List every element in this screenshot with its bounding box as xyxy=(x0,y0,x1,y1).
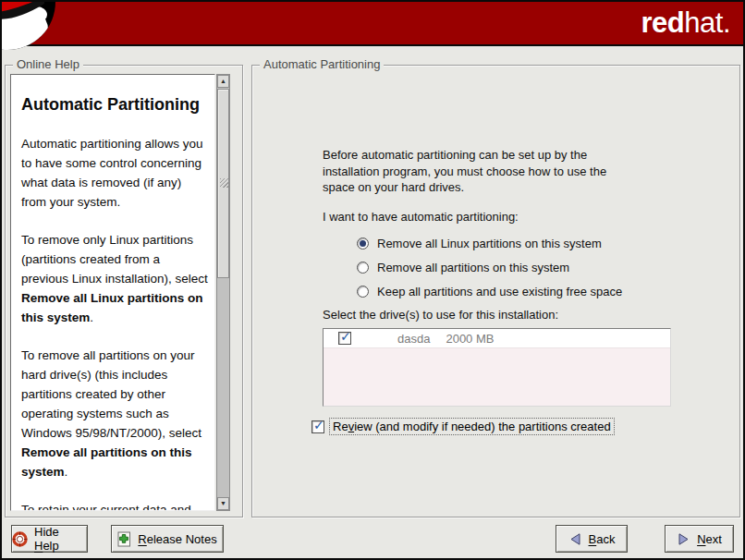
redhat-shadowman-logo-icon xyxy=(0,0,63,57)
drive-size: 2000 MB xyxy=(446,332,494,346)
redhat-wordmark: redhat. xyxy=(641,7,730,39)
installer-window: redhat. Online Help Automatic Partitioni… xyxy=(0,0,745,560)
help-p2-pre: To remove only Linux partitions (partiti… xyxy=(21,233,208,286)
back-label: Back xyxy=(589,532,616,546)
review-label-pre: Re xyxy=(333,420,348,433)
release-notes-icon xyxy=(117,531,131,547)
intro-text: Before automatic partitioning can be set… xyxy=(323,147,620,196)
radio-remove-all-partitions[interactable]: Remove all partitions on this system xyxy=(357,255,622,279)
radio-button-icon xyxy=(357,262,369,274)
hide-help-label: Hide Help xyxy=(34,525,87,553)
scrollbar-thumb[interactable] xyxy=(217,89,229,278)
drives-select-label: Select the drive(s) to use for this inst… xyxy=(323,308,558,322)
wordmark-hat: hat. xyxy=(684,6,730,39)
help-paragraph-4-clipped: To retain your current data and xyxy=(21,500,209,510)
drive-name: dasda xyxy=(397,332,430,346)
help-paragraph-3: To remove all partitions on your hard dr… xyxy=(21,346,209,481)
help-p3-post: . xyxy=(65,465,68,479)
hide-help-button[interactable]: Hide Help xyxy=(11,525,88,553)
back-button[interactable]: Back xyxy=(556,525,628,553)
review-partitions-label[interactable]: Review (and modify if needed) the partit… xyxy=(329,418,615,435)
online-help-panel: Online Help Automatic Partitioning Autom… xyxy=(5,65,243,517)
radio-label: Remove all partitions on this system xyxy=(377,261,569,274)
help-p2-bold: Remove all Linux partitions on this syst… xyxy=(21,291,203,324)
radio-button-icon xyxy=(357,237,369,250)
radio-label: Keep all partitions and use existing fre… xyxy=(377,285,622,298)
question-text: I want to have automatic partitioning: xyxy=(323,210,519,224)
drive-checkbox[interactable]: ✓ xyxy=(338,332,351,345)
help-title: Automatic Partitioning xyxy=(21,93,209,116)
review-checkbox[interactable]: ✓ xyxy=(311,420,324,433)
partitioning-radio-group: Remove all Linux partitions on this syst… xyxy=(357,231,622,303)
radio-label: Remove all Linux partitions on this syst… xyxy=(377,237,602,250)
review-partitions-option[interactable]: ✓ Review (and modify if needed) the part… xyxy=(311,418,615,435)
left-arrow-icon xyxy=(568,532,582,546)
release-notes-button[interactable]: Release Notes xyxy=(111,525,224,553)
online-help-frame-label: Online Help xyxy=(13,57,83,71)
help-p3-bold: Remove all partitions on this system xyxy=(21,445,192,479)
help-scrollbar[interactable]: ▲ ▼ xyxy=(216,74,230,511)
help-p3-pre: To remove all partitions on your hard dr… xyxy=(21,348,202,440)
life-ring-icon xyxy=(12,531,28,547)
radio-button-icon xyxy=(357,286,369,298)
help-viewport: Automatic Partitioning Automatic partiti… xyxy=(10,74,215,511)
drive-list[interactable]: ✓ dasda 2000 MB xyxy=(323,328,671,407)
review-label-post: iew (and modify if needed) the partition… xyxy=(354,420,611,433)
radio-remove-all-linux-partitions[interactable]: Remove all Linux partitions on this syst… xyxy=(357,231,622,255)
scrollbar-up-icon[interactable]: ▲ xyxy=(217,75,229,88)
scrollbar-down-icon[interactable]: ▼ xyxy=(217,497,229,510)
radio-keep-all-partitions[interactable]: Keep all partitions and use existing fre… xyxy=(357,279,622,303)
next-button[interactable]: Next xyxy=(665,525,734,553)
release-notes-label: Release Notes xyxy=(138,532,216,546)
help-paragraph-2: To remove only Linux partitions (partiti… xyxy=(21,230,209,327)
header-banner xyxy=(2,2,743,46)
scrollbar-grip-icon xyxy=(220,178,228,188)
right-arrow-icon xyxy=(677,532,690,546)
drive-row-dasda[interactable]: ✓ dasda 2000 MB xyxy=(324,329,670,348)
main-frame-label: Automatic Partitioning xyxy=(260,57,384,71)
next-label: Next xyxy=(697,532,722,546)
help-p2-post: . xyxy=(90,310,93,324)
help-paragraph-1: Automatic partitioning allows you to hav… xyxy=(21,134,209,212)
wordmark-red: red xyxy=(641,6,685,39)
automatic-partitioning-panel: Automatic Partitioning Before automatic … xyxy=(251,65,740,517)
help-text: Automatic Partitioning Automatic partiti… xyxy=(11,75,214,510)
